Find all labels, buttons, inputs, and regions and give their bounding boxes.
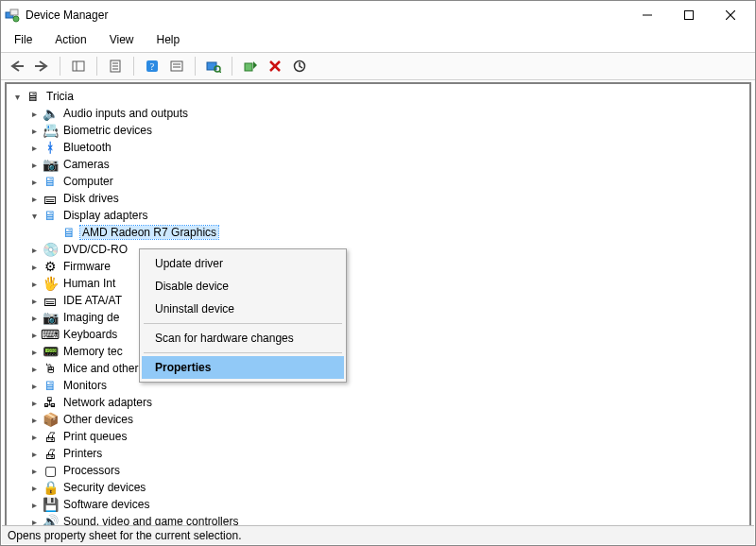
minimize-button[interactable] (627, 2, 668, 28)
tree-category[interactable]: ▸ 🖨 Printers (9, 445, 749, 462)
menu-help[interactable]: Help (151, 31, 186, 48)
chevron-right-icon[interactable]: ▸ (27, 107, 41, 120)
chevron-right-icon[interactable]: ▸ (27, 430, 41, 443)
menu-action[interactable]: Action (49, 31, 92, 48)
chevron-right-icon[interactable]: ▸ (27, 175, 41, 188)
processor-icon: ▢ (43, 463, 58, 478)
chevron-right-icon[interactable]: ▸ (27, 447, 41, 460)
chevron-right-icon[interactable]: ▸ (27, 243, 41, 256)
svg-point-2 (13, 16, 19, 22)
computer-icon: 🖥 (26, 89, 41, 104)
chevron-right-icon[interactable]: ▸ (27, 345, 41, 358)
maximize-button[interactable] (668, 2, 710, 28)
chevron-right-icon[interactable]: ▸ (27, 362, 41, 375)
tree-category[interactable]: ▸ 📷 Cameras (9, 156, 749, 173)
ctx-scan-hardware[interactable]: Scan for hardware changes (142, 327, 344, 350)
tree-category[interactable]: ▸ 🖨 Print queues (9, 428, 749, 445)
close-button[interactable] (710, 2, 751, 28)
properties-button[interactable] (105, 56, 126, 77)
menu-file[interactable]: File (9, 31, 38, 48)
chevron-down-icon[interactable]: ▾ (10, 90, 24, 103)
tree-category[interactable]: ▸ 🖐 Human Int (9, 275, 749, 292)
tree-category[interactable]: ▸ 💿 DVD/CD-RO (9, 241, 749, 258)
chevron-right-icon[interactable]: ▸ (27, 481, 41, 494)
svg-rect-15 (171, 61, 182, 71)
chevron-right-icon[interactable]: ▸ (27, 379, 41, 392)
tree-label: Display adapters (61, 209, 149, 222)
tree-category[interactable]: ▸ 🖱 Mice and other pointing devices (9, 360, 749, 377)
tree-category[interactable]: ▸ 🖴 IDE ATA/AT (9, 292, 749, 309)
tree-category[interactable]: ▸ 📟 Memory tec (9, 343, 749, 360)
tree-label: Other devices (61, 413, 135, 426)
tree-category[interactable]: ▸ ⚙ Firmware (9, 258, 749, 275)
show-hide-console-button[interactable] (68, 56, 89, 77)
tree-category[interactable]: ▸ 🖥 Computer (9, 173, 749, 190)
device-tree[interactable]: ▾ 🖥 Tricia ▸ 🔈 Audio inputs and outputs … (7, 84, 749, 526)
chevron-right-icon[interactable]: ▸ (27, 498, 41, 511)
tree-label: Audio inputs and outputs (61, 107, 190, 120)
firmware-icon: ⚙ (43, 259, 58, 274)
chevron-right-icon[interactable]: ▸ (27, 141, 41, 154)
toolbar-separator (232, 57, 232, 76)
ctx-update-driver[interactable]: Update driver (142, 252, 344, 275)
tree-category[interactable]: ▸ 🔒 Security devices (9, 479, 749, 496)
tree-category[interactable]: ▸ 📷 Imaging de (9, 309, 749, 326)
disk-icon: 🖴 (43, 191, 58, 206)
tree-device-selected[interactable]: 🖥 AMD Radeon R7 Graphics (9, 224, 749, 241)
print-queue-icon: 🖨 (43, 429, 58, 444)
ctx-separator (144, 323, 342, 324)
camera-icon: 📷 (43, 157, 58, 172)
tree-category[interactable]: ▸ 🔊 Sound, video and game controllers (9, 513, 749, 526)
tree-category[interactable]: ▸ 🖥 Monitors (9, 377, 749, 394)
toolbar-separator (133, 57, 134, 76)
update-driver-button[interactable] (289, 56, 310, 77)
toolbar-separator (195, 57, 196, 76)
chevron-right-icon[interactable]: ▸ (27, 158, 41, 171)
tree-category[interactable]: ▸ 🖴 Disk drives (9, 190, 749, 207)
chevron-right-icon[interactable]: ▸ (27, 413, 41, 426)
forward-button[interactable] (31, 56, 52, 77)
tree-label: Firmware (61, 260, 112, 273)
chevron-down-icon[interactable]: ▾ (27, 209, 41, 222)
tree-root-label: Tricia (44, 90, 76, 103)
action-list-button[interactable] (166, 56, 187, 77)
context-menu: Update driver Disable device Uninstall d… (139, 248, 347, 383)
tree-category[interactable]: ▸ 🔈 Audio inputs and outputs (9, 105, 749, 122)
tree-category-display-adapters[interactable]: ▾ 🖥 Display adapters (9, 207, 749, 224)
chevron-right-icon[interactable]: ▸ (27, 277, 41, 290)
window-title: Device Manager (26, 9, 108, 22)
statusbar: Opens property sheet for the current sel… (2, 525, 754, 544)
help-button[interactable]: ? (142, 56, 163, 77)
back-button[interactable] (7, 56, 27, 77)
tree-category[interactable]: ▸ 🖧 Network adapters (9, 394, 749, 411)
chevron-right-icon[interactable]: ▸ (27, 328, 41, 341)
tree-category[interactable]: ▸ 💾 Software devices (9, 496, 749, 513)
ctx-disable-device[interactable]: Disable device (142, 275, 344, 298)
tree-category[interactable]: ▸ 📇 Biometric devices (9, 122, 749, 139)
tree-label: Printers (61, 447, 104, 460)
tree-root[interactable]: ▾ 🖥 Tricia (9, 88, 749, 105)
scan-hardware-button[interactable] (203, 56, 224, 77)
chevron-right-icon[interactable]: ▸ (27, 124, 41, 137)
tree-label: Processors (61, 464, 122, 477)
chevron-right-icon[interactable]: ▸ (27, 311, 41, 324)
chevron-right-icon[interactable]: ▸ (27, 260, 41, 273)
chevron-right-icon[interactable]: ▸ (27, 396, 41, 409)
enable-device-button[interactable] (240, 56, 261, 77)
chevron-right-icon[interactable]: ▸ (27, 464, 41, 477)
chevron-right-icon[interactable]: ▸ (27, 294, 41, 307)
ctx-uninstall-device[interactable]: Uninstall device (142, 298, 344, 320)
tree-category[interactable]: ▸ ▢ Processors (9, 462, 749, 479)
uninstall-device-button[interactable] (265, 56, 285, 77)
printer-icon: 🖨 (43, 446, 58, 461)
tree-category[interactable]: ▸ 📦 Other devices (9, 411, 749, 428)
menu-view[interactable]: View (104, 31, 140, 48)
svg-rect-4 (685, 11, 694, 20)
ctx-properties[interactable]: Properties (142, 356, 344, 379)
tree-device-label: AMD Radeon R7 Graphics (80, 226, 218, 239)
tree-category[interactable]: ▸ ᚼ Bluetooth (9, 139, 749, 156)
tree-category[interactable]: ▸ ⌨ Keyboards (9, 326, 749, 343)
expander-spacer (46, 226, 60, 239)
tree-label: Network adapters (61, 396, 154, 409)
chevron-right-icon[interactable]: ▸ (27, 192, 41, 205)
